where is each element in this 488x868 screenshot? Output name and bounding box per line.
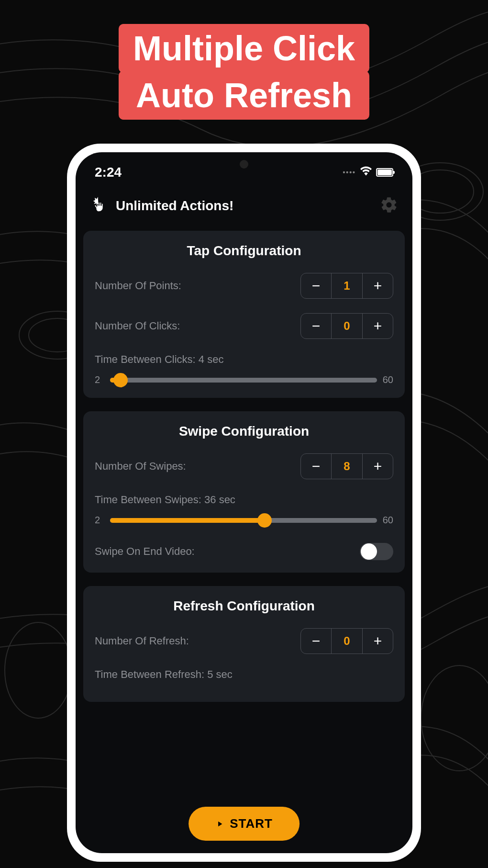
points-plus-button[interactable]: + <box>362 273 393 298</box>
clicks-stepper: − 0 + <box>300 313 393 339</box>
refresh-plus-button[interactable]: + <box>362 629 393 654</box>
refresh-label: Number Of Refresh: <box>95 635 189 647</box>
refresh-value: 0 <box>332 629 362 654</box>
swipe-slider-fill <box>110 518 265 523</box>
status-bar: 2:24 •••• <box>76 152 412 186</box>
phone-screen: 2:24 •••• Unlimited Actions! <box>76 152 412 853</box>
promo-banner: Multiple Click Auto Refresh <box>119 24 369 120</box>
tap-slider-min: 2 <box>95 374 104 385</box>
swipe-slider[interactable] <box>110 518 377 523</box>
app-logo-icon <box>90 195 109 216</box>
points-label: Number Of Points: <box>95 280 181 292</box>
points-minus-button[interactable]: − <box>301 273 332 298</box>
battery-icon <box>376 168 393 177</box>
refresh-configuration-card: Refresh Configuration Number Of Refresh:… <box>83 586 405 702</box>
swipe-end-video-toggle[interactable] <box>360 543 393 560</box>
wifi-icon <box>360 165 372 180</box>
refresh-minus-button[interactable]: − <box>301 629 332 654</box>
camera-punch-hole <box>240 160 248 169</box>
points-value: 1 <box>332 273 362 298</box>
clicks-minus-button[interactable]: − <box>301 314 332 338</box>
swipes-label: Number Of Swipes: <box>95 460 186 473</box>
swipe-slider-max: 60 <box>383 515 393 526</box>
app-title: Unlimited Actions! <box>116 198 233 214</box>
swipe-slider-min: 2 <box>95 515 104 526</box>
swipe-slider-thumb[interactable] <box>257 513 272 528</box>
refresh-card-title: Refresh Configuration <box>95 598 393 614</box>
banner-line-1: Multiple Click <box>119 24 369 73</box>
swipe-toggle-label: Swipe On End Video: <box>95 545 195 558</box>
start-button[interactable]: START <box>189 807 299 841</box>
points-stepper: − 1 + <box>300 273 393 299</box>
swipes-stepper: − 8 + <box>300 453 393 479</box>
banner-line-2: Auto Refresh <box>119 71 369 120</box>
swipe-configuration-card: Swipe Configuration Number Of Swipes: − … <box>83 411 405 573</box>
tap-slider-thumb[interactable] <box>113 373 128 387</box>
refresh-slider-label: Time Between Refresh: 5 sec <box>95 668 393 681</box>
clicks-value: 0 <box>332 314 362 338</box>
swipes-minus-button[interactable]: − <box>301 454 332 479</box>
swipes-plus-button[interactable]: + <box>362 454 393 479</box>
swipe-slider-label: Time Between Swipes: 36 sec <box>95 494 393 506</box>
tap-slider-label: Time Between Clicks: 4 sec <box>95 353 393 366</box>
tap-card-title: Tap Configuration <box>95 243 393 259</box>
refresh-stepper: − 0 + <box>300 628 393 654</box>
clicks-label: Number Of Clicks: <box>95 320 180 332</box>
svg-point-5 <box>421 665 488 771</box>
signal-dots: •••• <box>343 169 356 176</box>
tap-slider[interactable] <box>110 378 377 383</box>
tap-slider-max: 60 <box>383 374 393 385</box>
settings-button[interactable] <box>380 196 398 216</box>
status-time: 2:24 <box>95 165 122 180</box>
svg-point-4 <box>5 622 72 718</box>
swipes-value: 8 <box>332 454 362 479</box>
swipe-card-title: Swipe Configuration <box>95 424 393 439</box>
tap-configuration-card: Tap Configuration Number Of Points: − 1 … <box>83 231 405 398</box>
clicks-plus-button[interactable]: + <box>362 314 393 338</box>
start-label: START <box>230 816 273 831</box>
phone-frame: 2:24 •••• Unlimited Actions! <box>67 144 421 862</box>
toggle-knob <box>361 543 377 560</box>
play-icon <box>215 820 224 828</box>
app-header: Unlimited Actions! <box>76 186 412 231</box>
